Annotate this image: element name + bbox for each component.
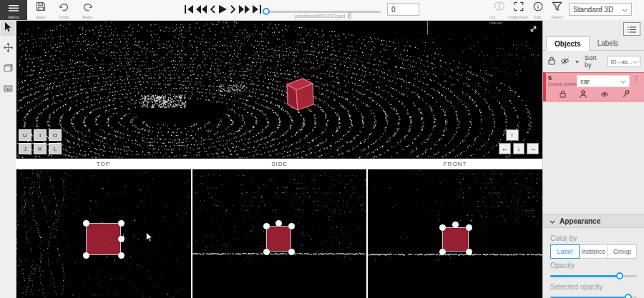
resize-handle[interactable] bbox=[288, 249, 295, 255]
tab-labels[interactable]: Labels bbox=[590, 36, 626, 50]
skip-end-button[interactable] bbox=[252, 5, 262, 14]
resize-handle[interactable] bbox=[466, 224, 472, 231]
front-view-label: FRONT bbox=[368, 159, 542, 169]
main-3d-view-canvas[interactable] bbox=[16, 20, 542, 159]
color-by-instance-option[interactable]: Instance bbox=[579, 244, 608, 259]
hamburger-icon bbox=[9, 1, 19, 14]
rotate-handle[interactable] bbox=[275, 220, 282, 227]
selected-cuboid-front[interactable] bbox=[442, 227, 469, 252]
fullscreen-label: Fullscreen bbox=[509, 14, 529, 20]
pan-down-button[interactable]: ↓ bbox=[513, 143, 525, 154]
redo-label: Redo bbox=[82, 14, 92, 20]
previous-frame-button[interactable] bbox=[209, 5, 217, 14]
save-button[interactable]: Save bbox=[29, 1, 52, 20]
selected-cuboid-top[interactable] bbox=[86, 223, 121, 255]
resize-handle[interactable] bbox=[466, 249, 472, 255]
frame-number-input[interactable]: 0 bbox=[387, 3, 419, 16]
opacity-slider[interactable] bbox=[550, 272, 637, 280]
key-k-button[interactable]: K bbox=[34, 143, 47, 154]
lock-all-button[interactable] bbox=[548, 55, 555, 68]
pan-left-button[interactable]: ← bbox=[499, 143, 511, 154]
hide-object-button[interactable] bbox=[600, 91, 609, 98]
select-tool-button[interactable] bbox=[1, 21, 15, 36]
playback-controls bbox=[184, 5, 262, 14]
caret-down-icon[interactable]: ▼ bbox=[575, 59, 580, 64]
chevron-down-icon bbox=[622, 6, 628, 14]
object-menu-button[interactable]: ⋮ bbox=[633, 75, 640, 83]
resize-handle[interactable] bbox=[83, 252, 89, 259]
fast-forward-button[interactable] bbox=[238, 5, 250, 14]
play-button[interactable] bbox=[218, 5, 228, 14]
top-toolbar: Menu Save Undo Redo bbox=[0, 0, 644, 21]
rotate-handle[interactable] bbox=[118, 236, 125, 242]
current-filename: pointcloud/001210.pcd bbox=[295, 14, 345, 19]
undo-button[interactable]: Undo bbox=[52, 1, 76, 20]
track-object-button[interactable] bbox=[580, 90, 587, 98]
resize-handle[interactable] bbox=[263, 223, 270, 229]
lock-object-button[interactable] bbox=[560, 90, 566, 98]
menu-button[interactable]: Menu bbox=[0, 0, 27, 20]
key-o-button[interactable]: O bbox=[49, 129, 62, 141]
pan-right-button[interactable]: → bbox=[527, 143, 539, 154]
resize-handle[interactable] bbox=[118, 220, 125, 227]
front-view[interactable] bbox=[368, 169, 542, 298]
key-u-button[interactable]: U bbox=[19, 129, 31, 141]
menu-label: Menu bbox=[8, 15, 19, 19]
objects-toolbar: ▼ Sort by ID - as... bbox=[543, 51, 644, 72]
move-tool-button[interactable] bbox=[1, 41, 15, 56]
info-label: Info bbox=[534, 14, 541, 20]
selected-opacity-slider-handle[interactable] bbox=[625, 294, 632, 298]
color-by-label-option[interactable]: Label bbox=[550, 244, 580, 259]
resize-handle[interactable] bbox=[439, 224, 446, 231]
sidebar-tabs: Objects Labels bbox=[543, 36, 644, 51]
resize-handle[interactable] bbox=[118, 252, 125, 259]
selected-opacity-slider[interactable] bbox=[550, 293, 637, 298]
model-status-button[interactable]: not trained bbox=[489, 1, 509, 26]
sort-order-select[interactable]: ID - as... bbox=[608, 56, 640, 67]
right-sidebar: Objects Labels ▼ Sort by ID - as... 5 bbox=[542, 20, 644, 298]
fullscreen-button[interactable]: Fullscreen bbox=[509, 1, 528, 26]
redo-button[interactable]: Redo bbox=[76, 1, 99, 20]
object-row-car[interactable]: 5 CUBOID SHAPE car ⋮ bbox=[543, 72, 644, 101]
view-mode-select[interactable]: Standard 3D bbox=[569, 3, 632, 16]
key-i-button[interactable]: I bbox=[34, 129, 47, 141]
resize-handle[interactable] bbox=[263, 249, 270, 255]
pin-object-button[interactable] bbox=[623, 90, 630, 98]
list-icon bbox=[628, 23, 636, 36]
top-view[interactable] bbox=[16, 169, 191, 298]
main-3d-view[interactable]: U I O J K L ↑ ← ↓ → bbox=[16, 20, 542, 159]
next-frame-button[interactable] bbox=[229, 5, 237, 14]
hide-all-button[interactable] bbox=[560, 55, 570, 68]
key-l-button[interactable]: L bbox=[49, 143, 62, 154]
appearance-header[interactable]: Appearance bbox=[543, 214, 644, 228]
panel-layout-button[interactable] bbox=[623, 22, 640, 36]
color-by-group-option[interactable]: Group bbox=[608, 244, 637, 259]
paperclip-icon[interactable] bbox=[347, 11, 352, 20]
sort-by-label: Sort by bbox=[585, 54, 603, 69]
side-view-label: SIDE bbox=[192, 159, 366, 169]
skip-start-button[interactable] bbox=[184, 5, 194, 14]
filename-row: pointcloud/001210.pcd bbox=[266, 11, 381, 20]
object-id: 5 bbox=[548, 75, 577, 82]
tab-objects[interactable]: Objects bbox=[546, 36, 590, 51]
category-select[interactable]: car bbox=[577, 75, 630, 87]
selected-cuboid-side[interactable] bbox=[266, 226, 291, 252]
key-j-button[interactable]: J bbox=[19, 143, 31, 154]
opacity-slider-handle[interactable] bbox=[616, 272, 623, 279]
resize-handle[interactable] bbox=[83, 220, 89, 227]
cuboid-outline-icon bbox=[4, 62, 13, 75]
image-overlay-tool-button[interactable] bbox=[1, 81, 15, 96]
selected-opacity-label: Selected opacity bbox=[550, 283, 637, 291]
rotate-handle[interactable] bbox=[452, 222, 459, 228]
cuboid-tool-button[interactable] bbox=[1, 61, 15, 76]
pan-up-button[interactable]: ↑ bbox=[506, 129, 519, 141]
selected-cuboid-3d[interactable] bbox=[281, 74, 318, 114]
tool-rail bbox=[0, 20, 16, 298]
resize-handle[interactable] bbox=[439, 249, 446, 255]
appearance-panel: Appearance Color by Label Instance Group… bbox=[543, 214, 644, 298]
redo-icon bbox=[82, 1, 93, 14]
rotation-keypad: U I O J K L bbox=[19, 127, 62, 154]
resize-handle[interactable] bbox=[288, 223, 295, 229]
fast-rewind-button[interactable] bbox=[195, 5, 208, 14]
side-view[interactable] bbox=[192, 169, 366, 298]
